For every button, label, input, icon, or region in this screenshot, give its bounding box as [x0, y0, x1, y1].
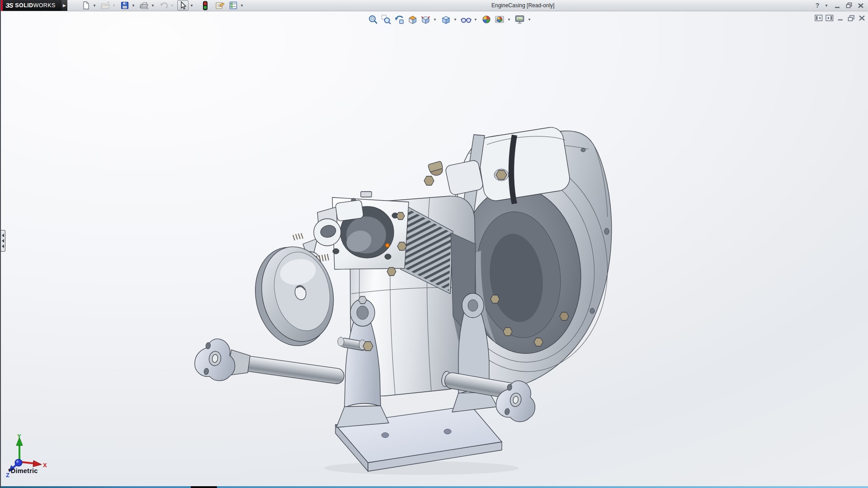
eyeglasses-icon	[461, 14, 472, 24]
restore-icon	[846, 2, 853, 9]
options-checklist-icon	[229, 1, 238, 10]
hide-show-items-caret[interactable]: ▼	[473, 14, 478, 25]
display-style-icon	[441, 14, 451, 24]
title-bar: ЗS SOLIDWORKS ▶ ▼ ▼ ▼ ▼ ▼	[1, 0, 868, 11]
apply-scene-button[interactable]	[494, 14, 505, 25]
open-button[interactable]	[99, 0, 111, 10]
appearance-ball-icon	[481, 14, 491, 24]
zoom-to-area-button[interactable]	[380, 14, 392, 25]
standard-toolbar: ▼ ▼ ▼ ▼ ▼ ▼	[80, 0, 246, 10]
file-properties-icon	[215, 1, 225, 10]
solidworks-logo-text: SOLIDWORKS	[15, 2, 55, 9]
display-style-button[interactable]	[440, 14, 452, 25]
save-floppy-icon	[120, 1, 129, 10]
edit-appearance-button[interactable]	[481, 14, 492, 25]
document-title: EngineCasing [Read-only]	[491, 0, 554, 11]
zoom-to-fit-button[interactable]	[367, 14, 379, 25]
restore-document-icon	[848, 15, 855, 22]
minimize-button[interactable]	[833, 1, 842, 10]
save-button[interactable]	[119, 0, 130, 10]
minimize-icon	[835, 3, 840, 9]
display-style-caret[interactable]: ▼	[453, 14, 458, 25]
model-shadow	[324, 461, 519, 475]
section-view-button[interactable]	[406, 14, 418, 25]
open-dropdown-caret[interactable]: ▼	[111, 0, 117, 10]
help-button[interactable]: ?	[813, 1, 822, 10]
section-view-icon	[407, 14, 417, 24]
zoom-to-area-icon	[381, 14, 391, 24]
view-orientation-icon	[420, 14, 430, 24]
options-button[interactable]	[227, 0, 239, 10]
options-dropdown-caret[interactable]: ▼	[239, 0, 245, 10]
window-bottom-border	[1, 486, 868, 488]
minimize-document-button[interactable]	[836, 14, 844, 22]
undo-button[interactable]	[158, 0, 169, 10]
restore-document-button[interactable]	[847, 14, 855, 22]
solidworks-logo-mark: ЗS	[5, 2, 13, 9]
window-controls: ? ▼	[813, 0, 865, 11]
triad-x-label: X	[43, 462, 47, 469]
left-support-rod[interactable]	[193, 336, 347, 398]
print-button[interactable]	[138, 0, 150, 10]
undo-arrow-icon	[159, 1, 169, 10]
collapse-left-pane-icon	[815, 14, 823, 22]
rebuild-traffic-light-icon	[203, 1, 208, 10]
toolbar-flyout-arrow[interactable]: ▶	[61, 0, 67, 11]
select-button[interactable]	[177, 0, 189, 10]
select-dropdown-caret[interactable]: ▼	[189, 0, 194, 10]
window-bottom-border-segment	[191, 486, 217, 488]
new-dropdown-caret[interactable]: ▼	[92, 0, 97, 10]
previous-view-icon	[394, 14, 404, 24]
apply-scene-icon	[495, 14, 505, 24]
heads-up-view-toolbar: ▼ ▼ ▼ ▼ ▼	[367, 14, 533, 25]
view-settings-monitor-icon	[514, 14, 525, 24]
zoom-to-fit-icon	[368, 14, 378, 24]
new-document-icon	[81, 1, 90, 10]
printer-icon	[139, 1, 149, 10]
open-folder-icon	[100, 1, 110, 10]
previous-view-button[interactable]	[393, 14, 405, 25]
rebuild-button[interactable]	[199, 0, 211, 10]
undo-dropdown-caret[interactable]: ▼	[170, 0, 175, 10]
select-cursor-icon	[179, 1, 187, 10]
view-orientation-button[interactable]	[420, 14, 431, 25]
save-dropdown-caret[interactable]: ▼	[131, 0, 136, 10]
minimize-document-icon	[837, 15, 844, 21]
solidworks-logo: ЗS SOLIDWORKS	[1, 0, 61, 11]
close-document-button[interactable]	[858, 14, 866, 22]
selection-point-marker	[386, 244, 390, 248]
file-properties-button[interactable]	[214, 0, 225, 10]
new-button[interactable]	[80, 0, 91, 10]
view-settings-caret[interactable]: ▼	[527, 14, 532, 25]
view-orientation-caret[interactable]: ▼	[433, 14, 437, 25]
restore-button[interactable]	[844, 1, 854, 10]
print-dropdown-caret[interactable]: ▼	[150, 0, 156, 10]
close-icon	[858, 3, 864, 9]
close-document-icon	[859, 15, 865, 21]
triad-y-label: Y	[17, 433, 21, 440]
collapse-right-pane-button[interactable]	[825, 14, 834, 22]
hide-show-items-button[interactable]	[460, 14, 472, 25]
view-settings-button[interactable]	[514, 14, 526, 25]
engine-casing-model[interactable]	[1, 0, 868, 488]
document-window-controls	[814, 14, 866, 22]
feature-manager-collapsed-tab[interactable]	[1, 230, 5, 252]
solidworks-window: ЗS SOLIDWORKS ▶ ▼ ▼ ▼ ▼ ▼	[0, 0, 868, 488]
close-button[interactable]	[856, 1, 865, 10]
view-orientation-label: *Dimetric	[8, 467, 38, 474]
help-dropdown-caret[interactable]: ▼	[825, 0, 828, 10]
collapse-left-pane-button[interactable]	[814, 14, 823, 22]
collapse-right-pane-icon	[826, 14, 834, 22]
apply-scene-caret[interactable]: ▼	[507, 14, 511, 25]
